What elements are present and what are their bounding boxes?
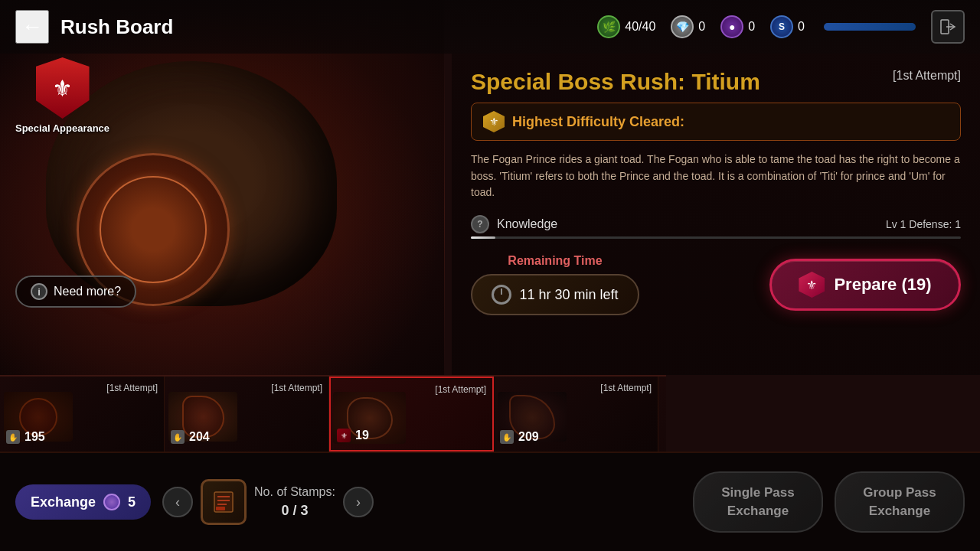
arrow-left-button[interactable]: ‹ — [162, 487, 193, 517]
boss-card-4[interactable]: [1st Attempt] ✋ 209 — [494, 377, 658, 452]
knowledge-row: ? Knowledge Lv 1 Defense: 1 — [471, 215, 961, 233]
special-appearance-label: Special Appearance — [15, 122, 109, 134]
special-badge-icon: ⚜ — [36, 57, 90, 119]
card-1-power-icon: ✋ — [6, 430, 20, 444]
resource-bar: 🌿 40/40 💎 0 ● 0 S 0 — [597, 10, 965, 44]
back-button[interactable]: ← — [15, 10, 49, 44]
stamps-value: 0 / 3 — [281, 503, 308, 518]
knowledge-label: Knowledge — [497, 217, 557, 231]
shield-pattern — [100, 176, 207, 283]
card-1-bottom: ✋ 195 — [6, 430, 158, 444]
svg-rect-6 — [216, 507, 225, 510]
boss-card-2[interactable]: [1st Attempt] ✋ 204 — [165, 377, 329, 452]
card-2-bottom: ✋ 204 — [171, 430, 322, 444]
crystal-value: 0 — [748, 20, 755, 34]
boss-background — [0, 0, 444, 375]
auto-start-card[interactable]: ⚜ Auto Start s with All Boss Rushes — [658, 377, 666, 452]
stamp-book-icon — [201, 479, 247, 525]
bottom-bar: Exchange 5 ‹ No. of Stamps: 0 / 3 › Sing… — [0, 452, 980, 551]
energy-value: 40/40 — [625, 20, 655, 34]
card-1-power: 195 — [24, 430, 45, 444]
prepare-label: Prepare (19) — [834, 275, 931, 295]
stamps-info: No. of Stamps: 0 / 3 — [254, 484, 335, 520]
timer-value: 11 hr 30 min left — [519, 287, 618, 303]
action-row: Remaining Time 11 hr 30 min left ⚜ Prepa… — [471, 254, 961, 315]
soul-resource: S 0 — [770, 15, 805, 38]
card-2-power-icon: ✋ — [171, 430, 185, 444]
prepare-icon: ⚜ — [799, 272, 825, 298]
card-3-power: 19 — [355, 429, 369, 442]
group-pass-label: Group PassExchange — [855, 484, 944, 520]
difficulty-icon: ⚜ — [483, 111, 505, 132]
knowledge-level: Lv 1 Defense: 1 — [886, 218, 961, 230]
nav-arrows: ‹ No. of Stamps: 0 / 3 › — [162, 479, 374, 525]
knowledge-icon: ? — [471, 215, 489, 233]
card-3-bottom: ⚜ 19 — [337, 429, 486, 442]
header: ← Rush Board 🌿 40/40 💎 0 ● 0 S 0 — [0, 0, 980, 54]
single-pass-label: Single PassExchange — [714, 484, 802, 520]
soul-icon: S — [770, 15, 793, 38]
need-more-label: Need more? — [54, 285, 121, 298]
exchange-label: Exchange — [31, 494, 96, 510]
gem-value: 0 — [698, 20, 705, 34]
difficulty-label: Highest Difficulty Cleared: — [512, 114, 684, 130]
clock-icon — [492, 285, 511, 305]
remaining-time-label: Remaining Time — [508, 254, 602, 268]
gem-icon: 💎 — [671, 15, 694, 38]
knowledge-bar-fill — [471, 236, 495, 239]
panel-divider — [444, 54, 445, 375]
card-4-bottom: ✋ 209 — [500, 430, 652, 444]
gem-resource: 💎 0 — [671, 15, 705, 38]
logout-button[interactable] — [931, 10, 965, 44]
single-pass-exchange-button[interactable]: Single PassExchange — [693, 471, 823, 533]
exchange-button[interactable]: Exchange 5 — [15, 484, 151, 520]
crystal-icon: ● — [720, 15, 743, 38]
crystal-resource: ● 0 — [720, 15, 755, 38]
card-2-power: 204 — [189, 430, 210, 444]
card-3-power-icon: ⚜ — [337, 429, 351, 442]
prepare-button[interactable]: ⚜ Prepare (19) — [769, 259, 961, 311]
logout-icon — [939, 18, 956, 35]
soul-bar — [824, 23, 916, 31]
boss-description: The Fogan Prince rides a giant toad. The… — [471, 152, 961, 201]
boss-card-3[interactable]: [1st Attempt] ⚜ 19 — [329, 377, 494, 452]
special-badge-symbol: ⚜ — [53, 76, 72, 101]
card-4-power-icon: ✋ — [500, 430, 514, 444]
boss-card-1[interactable]: [1st Attempt] ✋ 195 — [0, 377, 165, 452]
exchange-currency-icon — [103, 494, 120, 510]
difficulty-row: ⚜ Highest Difficulty Cleared: — [471, 103, 961, 141]
stamps-label: No. of Stamps: — [254, 485, 335, 498]
soul-value: 0 — [798, 20, 805, 34]
boss-detail-panel: Special Boss Rush: Titium [1st Attempt] … — [452, 54, 980, 375]
info-icon: i — [31, 283, 47, 300]
group-pass-exchange-button[interactable]: Group PassExchange — [835, 471, 965, 533]
energy-icon: 🌿 — [597, 15, 620, 38]
pass-buttons: Single PassExchange Group PassExchange — [693, 471, 965, 533]
knowledge-bar — [471, 236, 961, 239]
stamp-icon-svg — [211, 490, 236, 514]
exchange-count: 5 — [128, 494, 136, 510]
card-4-power: 209 — [518, 430, 539, 444]
special-appearance-badge: ⚜ Special Appearance — [15, 57, 109, 134]
attempt-badge: [1st Attempt] — [893, 69, 961, 83]
energy-resource: 🌿 40/40 — [597, 15, 655, 38]
need-more-button[interactable]: i Need more? — [15, 276, 136, 308]
boss-name: Special Boss Rush: Titium — [471, 69, 961, 95]
boss-card-list: [1st Attempt] ✋ 195 [1st Attempt] ✋ 204 … — [0, 375, 666, 452]
timer-display: 11 hr 30 min left — [471, 274, 639, 315]
timer-section: Remaining Time 11 hr 30 min left — [471, 254, 639, 315]
arrow-right-button[interactable]: › — [343, 487, 374, 517]
page-title: Rush Board — [60, 15, 173, 39]
